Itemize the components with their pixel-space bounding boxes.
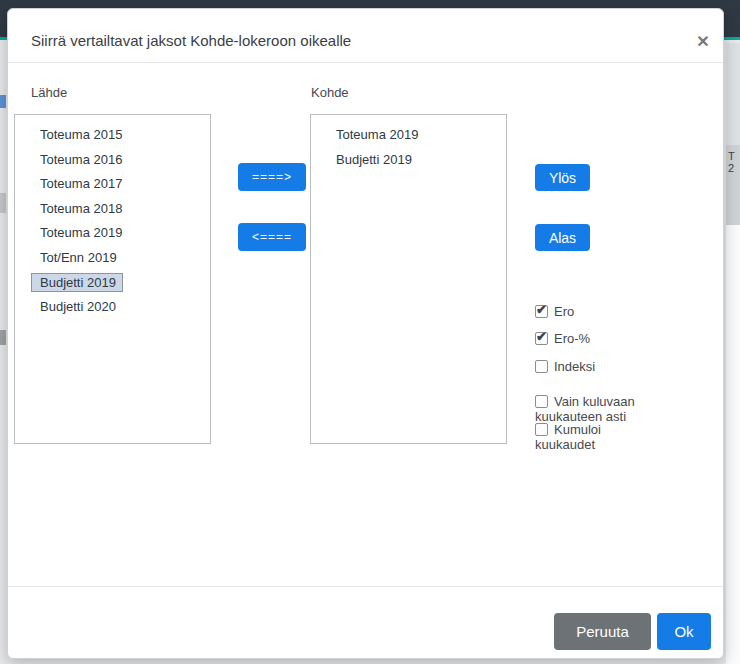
checkbox-unchecked-icon[interactable]	[535, 423, 548, 436]
footer-divider	[8, 586, 723, 587]
target-list-label: Kohde	[311, 85, 349, 100]
list-item-label: Toteuma 2016	[40, 152, 122, 167]
background-panel-sliver	[0, 193, 6, 213]
list-item[interactable]: Toteuma 2019	[15, 221, 210, 246]
option-row[interactable]: Vain kuluvaan kuukauteen asti	[535, 395, 661, 424]
move-down-button[interactable]: Alas	[535, 224, 590, 251]
list-item[interactable]: Budjetti 2020	[15, 295, 210, 320]
list-item-label: Tot/Enn 2019	[40, 250, 117, 265]
list-item-label: Budjetti 2019	[336, 152, 412, 167]
dialog-title: Siirrä vertailtavat jaksot Kohde-lokeroo…	[31, 32, 351, 49]
checkbox-unchecked-icon[interactable]	[535, 360, 548, 373]
list-item-label: Budjetti 2020	[40, 299, 116, 314]
option-row[interactable]: Kumuloi kuukaudet	[535, 423, 661, 452]
list-item[interactable]: Budjetti 2019	[311, 148, 506, 173]
list-item[interactable]: Toteuma 2015	[15, 123, 210, 148]
option-label: Ero	[554, 304, 574, 319]
list-item[interactable]: Budjetti 2019	[15, 271, 210, 296]
list-item[interactable]: Toteuma 2016	[15, 148, 210, 173]
option-row[interactable]: Indeksi	[535, 360, 661, 375]
background-button-sliver	[0, 95, 6, 108]
move-up-button[interactable]: Ylös	[535, 164, 590, 191]
background-text-fragment: T	[728, 150, 735, 162]
option-label: Vain kuluvaan kuukauteen asti	[535, 394, 635, 424]
background-list-sliver: T 2	[726, 145, 740, 225]
source-list-label: Lähde	[31, 85, 67, 100]
period-transfer-dialog: Siirrä vertailtavat jaksot Kohde-lokeroo…	[7, 8, 724, 659]
list-item-label: Toteuma 2017	[40, 176, 122, 191]
background-panel-sliver	[726, 225, 740, 664]
target-listbox[interactable]: Toteuma 2019Budjetti 2019	[310, 114, 507, 444]
option-row[interactable]: Ero	[535, 305, 661, 320]
list-item[interactable]: Toteuma 2018	[15, 197, 210, 222]
checkbox-unchecked-icon[interactable]	[535, 395, 548, 408]
move-left-button[interactable]: <====	[238, 223, 306, 251]
list-item-label: Toteuma 2019	[336, 127, 418, 142]
cancel-button[interactable]: Peruuta	[554, 613, 651, 650]
list-item-label: Budjetti 2019	[31, 273, 123, 292]
background-panel-sliver	[726, 43, 740, 145]
close-icon[interactable]: ✕	[692, 31, 714, 53]
source-listbox[interactable]: Toteuma 2015Toteuma 2016Toteuma 2017Tote…	[14, 114, 211, 444]
option-row[interactable]: Ero-%	[535, 332, 661, 347]
option-label: Indeksi	[554, 359, 595, 374]
checkbox-checked-icon[interactable]	[535, 305, 548, 318]
list-item[interactable]: Toteuma 2019	[311, 123, 506, 148]
list-item-label: Toteuma 2015	[40, 127, 122, 142]
background-panel-sliver	[0, 330, 6, 345]
list-item[interactable]: Tot/Enn 2019	[15, 246, 210, 271]
list-item-label: Toteuma 2019	[40, 225, 122, 240]
list-item-label: Toteuma 2018	[40, 201, 122, 216]
move-right-button[interactable]: ====>	[238, 163, 306, 191]
ok-button[interactable]: Ok	[657, 613, 711, 650]
list-item[interactable]: Toteuma 2017	[15, 172, 210, 197]
background-text-fragment: 2	[728, 162, 734, 174]
option-label: Ero-%	[554, 331, 590, 346]
checkbox-checked-icon[interactable]	[535, 332, 548, 345]
dialog-header: Siirrä vertailtavat jaksot Kohde-lokeroo…	[8, 9, 723, 63]
